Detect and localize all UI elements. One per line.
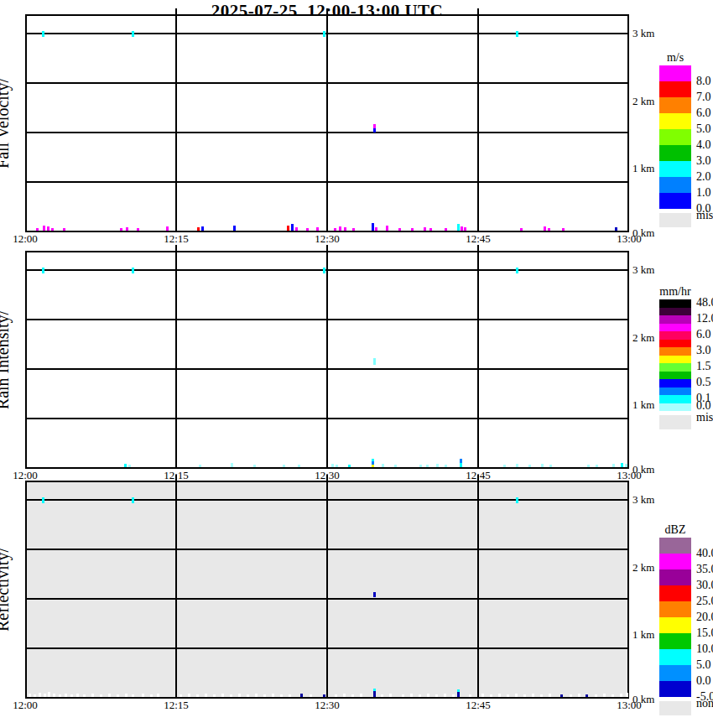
data-mark <box>213 694 216 697</box>
data-mark <box>205 694 207 697</box>
colorbar-label: 1.0 <box>696 186 711 200</box>
data-mark <box>199 465 201 467</box>
data-mark <box>197 227 200 231</box>
data-mark <box>612 694 614 697</box>
colorbar-label: 0.5 <box>696 376 711 389</box>
time-tick-label: 12:15 <box>164 232 189 246</box>
radar-time-height-plot: 2025-07-25 12:00-13:00 UTC Fall Velocity… <box>0 0 713 728</box>
data-mark <box>132 694 134 697</box>
data-mark <box>503 465 506 467</box>
data-mark <box>625 464 627 467</box>
data-mark <box>435 694 438 697</box>
data-mark <box>469 694 471 697</box>
height-tick-label: 3 km <box>632 493 654 507</box>
colorbar-band <box>659 324 691 332</box>
colorbar-label: 3.0 <box>696 344 711 357</box>
gridline-vertical <box>477 16 479 231</box>
data-mark <box>221 694 224 697</box>
axis-top-tick <box>175 475 177 481</box>
colorbar-band <box>659 585 691 601</box>
data-mark <box>372 223 374 231</box>
height-tick-label: 2 km <box>632 331 654 345</box>
data-mark <box>544 226 546 231</box>
colorbar-band <box>659 331 691 340</box>
colorbar-miss-label: none <box>696 697 713 710</box>
colorbar-band <box>659 403 691 412</box>
data-mark <box>375 227 377 231</box>
data-mark <box>34 694 36 697</box>
data-mark <box>70 694 73 697</box>
data-mark <box>100 694 102 697</box>
colorbar-label: 8.0 <box>696 75 711 88</box>
data-mark <box>457 224 460 231</box>
colorbar-label: 2.0 <box>696 170 711 184</box>
colorbar-label: 3.0 <box>696 154 711 168</box>
data-mark <box>124 464 127 467</box>
colorbar-band <box>659 395 691 403</box>
axis-top-tick <box>477 8 479 14</box>
colorbar-band <box>659 363 691 372</box>
data-mark <box>626 693 628 697</box>
colorbar-label: 5.0 <box>696 658 711 672</box>
data-mark <box>386 226 388 231</box>
data-mark <box>339 226 341 231</box>
data-mark <box>562 228 565 231</box>
data-mark <box>76 694 79 697</box>
data-mark <box>532 694 534 697</box>
data-mark <box>188 694 190 697</box>
data-mark <box>381 694 383 697</box>
colorbar-label: 0.0 <box>696 674 711 688</box>
data-mark <box>125 694 128 697</box>
data-mark <box>336 465 338 467</box>
data-mark <box>587 465 590 467</box>
data-mark <box>515 694 518 697</box>
data-mark <box>402 694 404 697</box>
data-mark <box>247 694 249 697</box>
gridline-vertical <box>175 252 177 467</box>
data-mark <box>298 465 300 467</box>
data-mark <box>180 694 182 697</box>
data-mark <box>578 694 580 697</box>
data-mark <box>323 268 325 273</box>
data-mark <box>48 692 50 697</box>
data-mark <box>331 464 334 467</box>
height-tick-label: 1 km <box>632 162 654 175</box>
data-mark <box>36 228 39 231</box>
y-axis-title-rain-intensity: Rain Intensity/ <box>0 310 13 409</box>
colorbar-band <box>659 681 691 697</box>
gridline-vertical <box>175 16 177 231</box>
data-mark <box>295 227 298 231</box>
data-mark <box>166 226 169 231</box>
data-mark <box>445 465 447 467</box>
data-mark <box>108 694 111 697</box>
data-mark <box>137 228 139 231</box>
colorbar-label: 7.0 <box>696 91 711 104</box>
axis-top-tick <box>326 475 328 481</box>
data-mark <box>585 694 588 697</box>
height-tick-label: 1 km <box>632 398 654 412</box>
data-mark <box>620 694 622 697</box>
axis-top-tick <box>175 8 177 14</box>
colorbar-band <box>659 601 691 617</box>
data-mark <box>516 497 518 503</box>
data-mark <box>516 464 518 467</box>
data-mark <box>132 497 134 503</box>
data-mark <box>238 694 241 697</box>
data-mark <box>528 465 531 467</box>
data-mark <box>389 694 392 697</box>
colorbar-band <box>659 372 691 380</box>
data-mark <box>65 694 67 697</box>
data-mark <box>44 694 46 697</box>
data-mark <box>323 694 325 697</box>
colorbar-band <box>659 347 691 356</box>
panel-rain-intensity: Rain Intensity/3 km2 km1 km0 km12:0012:1… <box>25 251 629 469</box>
data-mark <box>39 693 41 697</box>
colorbar-band <box>659 387 691 396</box>
colorbar-band <box>659 356 691 364</box>
data-mark <box>424 227 426 231</box>
data-mark <box>132 268 134 273</box>
y-axis-title-fall-velocity: Fall Velocity/ <box>0 78 13 169</box>
data-mark <box>201 226 204 231</box>
colorbar-band <box>659 379 691 387</box>
time-tick-label: 13:00 <box>617 232 642 246</box>
